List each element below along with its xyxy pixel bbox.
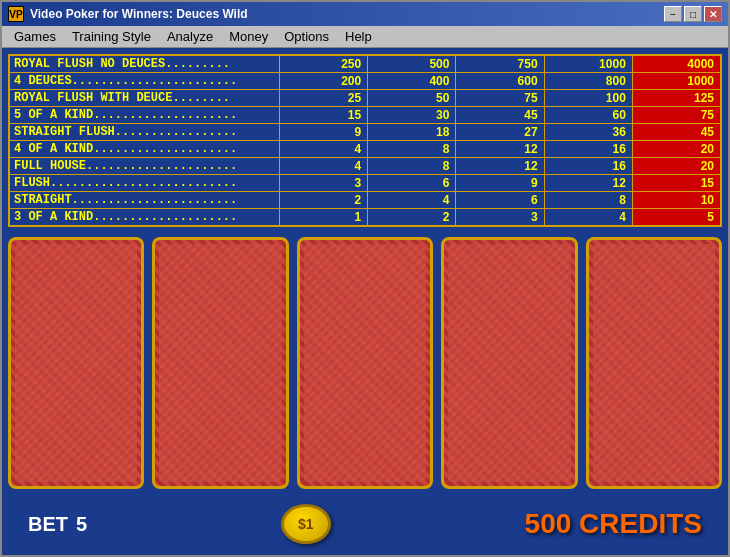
payout-cell: 8 — [368, 158, 456, 174]
coin-button[interactable]: $1 — [281, 504, 331, 544]
payout-cell: 16 — [545, 158, 633, 174]
payout-cell: 1000 — [633, 73, 720, 89]
app-icon: VP — [8, 6, 24, 22]
payout-cell: 8 — [545, 192, 633, 208]
hand-name: 4 DEUCES....................... — [10, 73, 280, 89]
payout-cell: 8 — [368, 141, 456, 157]
minimize-button[interactable]: − — [664, 6, 682, 22]
main-window: VP Video Poker for Winners: Deuces Wild … — [0, 0, 730, 557]
title-bar-left: VP Video Poker for Winners: Deuces Wild — [8, 6, 248, 22]
payout-cell: 500 — [368, 56, 456, 72]
hand-name: 5 OF A KIND.................... — [10, 107, 280, 123]
payout-row: 4 OF A KIND....................48121620 — [10, 141, 720, 158]
payout-cell: 45 — [456, 107, 544, 123]
payout-cell: 4 — [368, 192, 456, 208]
payout-cell: 15 — [633, 175, 720, 191]
payout-cell: 2 — [280, 192, 368, 208]
payout-cell: 9 — [456, 175, 544, 191]
menu-training-style[interactable]: Training Style — [64, 27, 159, 46]
payout-cell: 60 — [545, 107, 633, 123]
hand-name: 3 OF A KIND.................... — [10, 209, 280, 225]
title-controls: − □ ✕ — [664, 6, 722, 22]
payout-row: 4 DEUCES.......................200400600… — [10, 73, 720, 90]
maximize-button[interactable]: □ — [684, 6, 702, 22]
card-5[interactable] — [586, 237, 722, 489]
hand-name: ROYAL FLUSH WITH DEUCE........ — [10, 90, 280, 106]
payout-cell: 15 — [280, 107, 368, 123]
payout-row: 3 OF A KIND....................12345 — [10, 209, 720, 225]
menu-games[interactable]: Games — [6, 27, 64, 46]
payout-cell: 6 — [456, 192, 544, 208]
payout-row: 5 OF A KIND....................153045607… — [10, 107, 720, 124]
payout-table: ROYAL FLUSH NO DEUCES.........2505007501… — [8, 54, 722, 227]
card-4[interactable] — [441, 237, 577, 489]
menu-help[interactable]: Help — [337, 27, 380, 46]
payout-cell: 20 — [633, 141, 720, 157]
payout-cell: 12 — [456, 141, 544, 157]
payout-cell: 50 — [368, 90, 456, 106]
payout-cell: 30 — [368, 107, 456, 123]
payout-cell: 4000 — [633, 56, 720, 72]
payout-cell: 6 — [368, 175, 456, 191]
hand-name: STRAIGHT....................... — [10, 192, 280, 208]
payout-cell: 25 — [280, 90, 368, 106]
payout-cell: 20 — [633, 158, 720, 174]
payout-row: FULL HOUSE.....................48121620 — [10, 158, 720, 175]
hand-name: FLUSH.......................... — [10, 175, 280, 191]
bet-label: BET — [28, 513, 68, 536]
hand-name: ROYAL FLUSH NO DEUCES......... — [10, 56, 280, 72]
payout-cell: 4 — [280, 141, 368, 157]
payout-row: ROYAL FLUSH NO DEUCES.........2505007501… — [10, 56, 720, 73]
payout-cell: 250 — [280, 56, 368, 72]
game-area: ROYAL FLUSH NO DEUCES.........2505007501… — [2, 48, 728, 555]
menu-options[interactable]: Options — [276, 27, 337, 46]
payout-cell: 750 — [456, 56, 544, 72]
payout-cell: 200 — [280, 73, 368, 89]
credits-display: 500 CREDITS — [525, 508, 702, 540]
menu-money[interactable]: Money — [221, 27, 276, 46]
payout-cell: 10 — [633, 192, 720, 208]
bet-area: BET 5 — [28, 513, 87, 536]
hand-name: STRAIGHT FLUSH................. — [10, 124, 280, 140]
close-button[interactable]: ✕ — [704, 6, 722, 22]
card-1[interactable] — [8, 237, 144, 489]
payout-cell: 36 — [545, 124, 633, 140]
payout-cell: 16 — [545, 141, 633, 157]
payout-cell: 12 — [456, 158, 544, 174]
hand-name: FULL HOUSE..................... — [10, 158, 280, 174]
payout-cell: 1 — [280, 209, 368, 225]
payout-cell: 3 — [456, 209, 544, 225]
payout-cell: 9 — [280, 124, 368, 140]
window-title: Video Poker for Winners: Deuces Wild — [30, 7, 248, 21]
card-3[interactable] — [297, 237, 433, 489]
card-2[interactable] — [152, 237, 288, 489]
payout-cell: 600 — [456, 73, 544, 89]
payout-row: STRAIGHT FLUSH.................918273645 — [10, 124, 720, 141]
payout-cell: 800 — [545, 73, 633, 89]
payout-cell: 125 — [633, 90, 720, 106]
bottom-bar: BET 5 $1 500 CREDITS — [8, 499, 722, 549]
menu-analyze[interactable]: Analyze — [159, 27, 221, 46]
hand-name: 4 OF A KIND.................... — [10, 141, 280, 157]
cards-area — [8, 233, 722, 493]
bet-value: 5 — [76, 513, 87, 536]
payout-cell: 3 — [280, 175, 368, 191]
payout-cell: 1000 — [545, 56, 633, 72]
payout-cell: 4 — [545, 209, 633, 225]
payout-cell: 12 — [545, 175, 633, 191]
title-bar: VP Video Poker for Winners: Deuces Wild … — [2, 2, 728, 26]
payout-cell: 45 — [633, 124, 720, 140]
payout-cell: 75 — [456, 90, 544, 106]
payout-row: ROYAL FLUSH WITH DEUCE........2550751001… — [10, 90, 720, 107]
payout-cell: 27 — [456, 124, 544, 140]
payout-cell: 18 — [368, 124, 456, 140]
payout-cell: 4 — [280, 158, 368, 174]
payout-cell: 400 — [368, 73, 456, 89]
menu-bar: Games Training Style Analyze Money Optio… — [2, 26, 728, 48]
payout-cell: 75 — [633, 107, 720, 123]
payout-cell: 100 — [545, 90, 633, 106]
payout-cell: 2 — [368, 209, 456, 225]
payout-cell: 5 — [633, 209, 720, 225]
payout-row: STRAIGHT.......................246810 — [10, 192, 720, 209]
payout-row: FLUSH..........................3691215 — [10, 175, 720, 192]
